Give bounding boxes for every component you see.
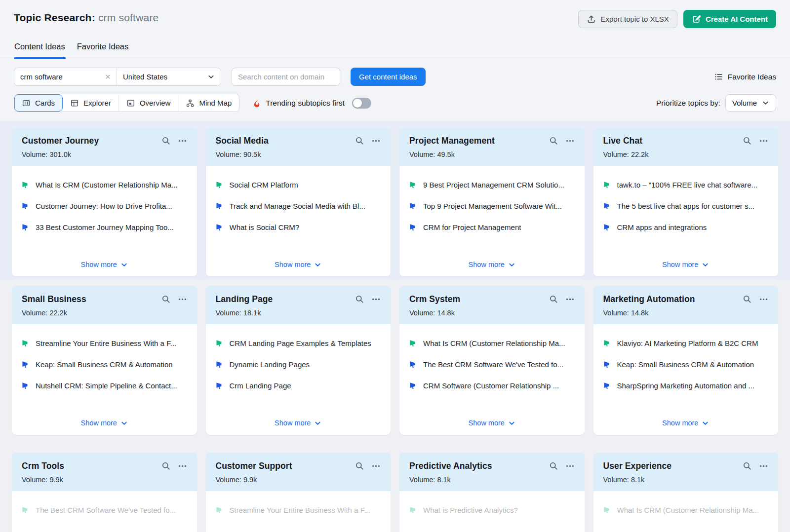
list-icon (714, 72, 723, 81)
create-ai-content-label: Create AI Content (706, 15, 768, 23)
more-options-icon[interactable] (371, 136, 381, 146)
more-options-icon[interactable] (178, 461, 187, 471)
search-topic-icon[interactable] (743, 461, 752, 471)
favorite-ideas-link[interactable]: Favorite Ideas (714, 72, 776, 81)
idea-item[interactable]: What Is CRM (Customer Relationship Ma... (22, 181, 187, 189)
more-options-icon[interactable] (565, 461, 575, 471)
idea-item[interactable]: 9 Best Project Management CRM Solutio... (409, 181, 575, 189)
tab-content-ideas[interactable]: Content Ideas (14, 42, 66, 59)
idea-item[interactable]: Streamline Your Entire Business With a F… (216, 506, 381, 514)
idea-item[interactable]: The Best CRM Software We've Tested fo... (409, 360, 575, 369)
search-topic-icon[interactable] (355, 461, 364, 471)
more-options-icon[interactable] (178, 295, 187, 304)
search-topic-icon[interactable] (355, 295, 364, 304)
export-topic-button[interactable]: Export topic to XLSX (578, 10, 677, 28)
topic-volume: Volume: 301.0k (22, 151, 187, 158)
idea-item[interactable]: Keap: Small Business CRM & Automation (22, 360, 187, 369)
idea-item[interactable]: CRM for Project Management (409, 223, 575, 231)
view-overview[interactable]: Overview (119, 94, 179, 112)
idea-item[interactable]: Customer Journey: How to Drive Profita..… (22, 202, 187, 210)
more-options-icon[interactable] (178, 136, 187, 146)
more-options-icon[interactable] (759, 295, 768, 304)
more-options-icon[interactable] (371, 461, 381, 471)
domain-search-input[interactable] (232, 68, 340, 86)
idea-title: Track and Manage Social Media with Bl... (230, 202, 365, 210)
topic-card-title: Live Chat (603, 136, 643, 146)
idea-item[interactable]: Track and Manage Social Media with Bl... (216, 202, 381, 210)
idea-item[interactable]: Nutshell CRM: Simple Pipeline & Contact.… (22, 381, 187, 390)
show-more-link[interactable]: Show more (603, 261, 769, 269)
idea-item[interactable]: Keap: Small Business CRM & Automation (603, 360, 769, 369)
tab-favorite-ideas[interactable]: Favorite Ideas (77, 42, 129, 59)
topic-volume: Volume: 22.2k (22, 309, 187, 317)
view-cards[interactable]: Cards (14, 94, 63, 112)
show-more-link[interactable]: Show more (216, 419, 381, 428)
idea-item[interactable]: CRM Software (Customer Relationship ... (409, 381, 575, 390)
search-topic-icon[interactable] (161, 136, 171, 146)
top-topics-band: Customer Journey Volume: 301.0k What Is … (0, 121, 790, 280)
show-more-link[interactable]: Show more (409, 261, 575, 269)
idea-item[interactable]: Klaviyo: AI Marketing Platform & B2C CRM (603, 339, 769, 347)
clear-icon[interactable] (104, 73, 112, 80)
idea-item[interactable]: Crm Landing Page (216, 381, 381, 390)
topic-volume: Volume: 8.1k (603, 476, 769, 484)
view-label: Overview (140, 99, 171, 107)
prioritize-select[interactable]: Volume (725, 94, 776, 112)
topic-card-header: Crm System Volume: 14.8k (399, 286, 585, 324)
view-explorer[interactable]: Explorer (63, 94, 119, 112)
view-mind-map[interactable]: Mind Map (178, 94, 239, 112)
idea-item[interactable]: What is Social CRM? (216, 223, 381, 231)
idea-item[interactable]: CRM Landing Page Examples & Templates (216, 339, 381, 347)
megaphone-icon (22, 381, 30, 390)
idea-item[interactable]: Dynamic Landing Pages (216, 360, 381, 369)
idea-item[interactable]: 33 Best Customer Journey Mapping Too... (22, 223, 187, 231)
more-options-icon[interactable] (371, 295, 381, 304)
flame-icon (252, 99, 261, 108)
topic-card-header: Marketing Automation Volume: 14.8k (593, 286, 779, 324)
more-options-icon[interactable] (565, 295, 575, 304)
topic-volume: Volume: 9.9k (22, 476, 187, 484)
overview-icon (126, 99, 135, 108)
idea-item[interactable]: Social CRM Platform (216, 181, 381, 189)
country-select[interactable]: United States (117, 68, 221, 85)
idea-item[interactable]: What Is CRM (Customer Relationship Ma... (603, 506, 769, 514)
show-more-link[interactable]: Show more (603, 419, 769, 428)
idea-item[interactable]: The 5 best live chat apps for customer s… (603, 202, 769, 210)
get-content-ideas-button[interactable]: Get content ideas (351, 68, 426, 86)
megaphone-icon (216, 202, 224, 210)
show-more-link[interactable]: Show more (409, 419, 575, 428)
create-ai-content-button[interactable]: Create AI Content (683, 10, 776, 28)
show-more-link[interactable]: Show more (216, 261, 381, 269)
search-topic-icon[interactable] (549, 136, 558, 146)
megaphone-icon (603, 360, 612, 369)
idea-item[interactable]: CRM apps and integrations (603, 223, 769, 231)
idea-title: Dynamic Landing Pages (230, 360, 310, 369)
idea-item[interactable]: Top 9 Project Management Software Wit... (409, 202, 575, 210)
megaphone-icon (409, 381, 418, 390)
search-topic-icon[interactable] (161, 461, 171, 471)
idea-item[interactable]: The Best CRM Software We've Tested fo... (22, 506, 187, 514)
show-more-link[interactable]: Show more (22, 261, 187, 269)
search-topic-icon[interactable] (355, 136, 364, 146)
idea-item[interactable]: tawk.to – "100% FREE live chat software.… (603, 181, 769, 189)
idea-item[interactable]: SharpSpring Marketing Automation and ... (603, 381, 769, 390)
search-topic-icon[interactable] (549, 461, 558, 471)
more-options-icon[interactable] (565, 136, 575, 146)
show-more-link[interactable]: Show more (22, 419, 187, 428)
keyword-input[interactable] (20, 73, 101, 81)
megaphone-icon (409, 339, 418, 347)
idea-item[interactable]: Streamline Your Entire Business With a F… (22, 339, 187, 347)
topic-card-title: Social Media (216, 136, 269, 146)
search-topic-icon[interactable] (743, 136, 752, 146)
page-header: Topic Research: crm software Export topi… (0, 0, 790, 59)
search-topic-icon[interactable] (743, 295, 752, 304)
trending-toggle[interactable] (352, 98, 371, 109)
more-options-icon[interactable] (759, 136, 768, 146)
more-options-icon[interactable] (759, 461, 768, 471)
idea-item[interactable]: What is Predictive Analytics? (409, 506, 575, 514)
topic-card-body: Klaviyo: AI Marketing Platform & B2C CRM… (593, 324, 779, 435)
search-topic-icon[interactable] (161, 295, 171, 304)
idea-item[interactable]: What Is CRM (Customer Relationship Ma... (409, 339, 575, 347)
megaphone-icon (216, 381, 224, 390)
search-topic-icon[interactable] (549, 295, 558, 304)
